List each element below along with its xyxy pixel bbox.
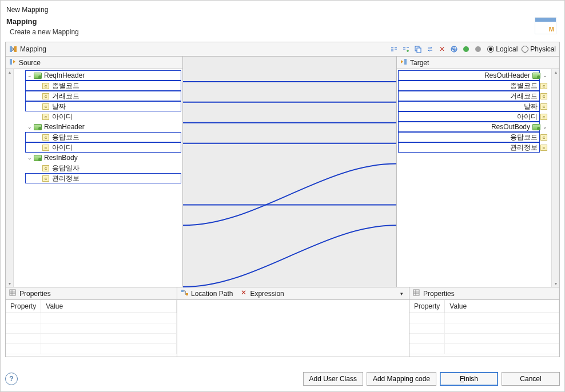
svg-text:✕: ✕ (241, 289, 246, 296)
add-mapping-code-button[interactable]: Add Mapping code (367, 372, 436, 386)
expand-toggle-icon[interactable]: ⌄ (542, 73, 548, 79)
toolbar-map-add-icon[interactable] (401, 44, 411, 54)
target-node-label: 날짜 (524, 102, 538, 111)
toolbar-swap-icon[interactable] (425, 44, 435, 54)
svg-rect-12 (10, 290, 15, 295)
group-icon (34, 72, 42, 79)
scroll-up-icon[interactable]: ▴ (555, 70, 557, 75)
source-field-row[interactable]: c응답코드 (15, 132, 181, 142)
target-node-label: 응답코드 (510, 133, 538, 142)
expression-icon: ✕ (241, 289, 248, 298)
expand-toggle-icon[interactable]: ⌄ (26, 73, 33, 79)
source-node-label: 거래코드 (52, 91, 79, 101)
source-field-row[interactable]: c아이디 (15, 142, 181, 153)
radio-logical-label: Logical (496, 45, 518, 53)
target-properties-table[interactable]: PropertyValue (409, 300, 559, 354)
value-col-header: Value (445, 300, 559, 313)
field-icon: c (42, 175, 50, 182)
source-node-label: 응답코드 (52, 133, 79, 142)
target-node-label: 아이디 (517, 112, 538, 122)
location-path-body[interactable] (177, 300, 409, 357)
source-group-row[interactable]: ⌄ResInBody (15, 153, 181, 163)
target-field-row[interactable]: 응답코드c (398, 132, 550, 142)
target-field-row[interactable]: 종별코드c (398, 81, 550, 91)
radio-logical[interactable]: Logical (487, 45, 518, 53)
target-group-row[interactable]: ResOutBody⌄ (398, 122, 550, 132)
target-node-label: 거래코드 (510, 91, 538, 101)
toolbar-var-x-icon[interactable]: ✕ (437, 44, 447, 54)
source-node-label: ResInHeader (44, 123, 85, 131)
field-icon: c (540, 113, 548, 120)
cancel-button[interactable]: Cancel (502, 372, 560, 386)
property-col-header: Property (409, 300, 445, 313)
location-path-icon (181, 289, 189, 298)
svg-rect-5 (417, 48, 421, 53)
expand-toggle-icon[interactable]: ⌄ (26, 155, 33, 161)
source-field-row[interactable]: c종별코드 (15, 81, 181, 91)
tab-expression[interactable]: ✕ Expression (241, 289, 284, 298)
source-scrollbar[interactable]: ▴ ▾ (6, 69, 14, 287)
scroll-up-icon[interactable]: ▴ (9, 70, 11, 75)
svg-rect-16 (181, 290, 184, 292)
help-button[interactable]: ? (5, 373, 18, 385)
svg-rect-17 (186, 293, 188, 295)
svg-rect-11 (404, 59, 407, 65)
target-pane-icon (400, 58, 407, 67)
source-field-row[interactable]: c아이디 (15, 111, 181, 122)
target-group-row[interactable]: ResOutHeader⌄ (398, 70, 550, 81)
target-properties-label: Properties (423, 290, 455, 298)
radio-physical[interactable]: Physical (522, 45, 556, 53)
target-field-row[interactable]: 아이디c (398, 111, 550, 122)
finish-button[interactable]: Finish (440, 372, 498, 386)
radio-physical-label: Physical (530, 45, 556, 53)
mapping-section-label: Mapping (20, 45, 46, 53)
source-field-row[interactable]: c거래코드 (15, 91, 181, 101)
source-field-row[interactable]: c응답일자 (15, 163, 181, 173)
field-icon: c (42, 144, 50, 151)
toolbar-copy-icon[interactable] (413, 44, 423, 54)
source-node-label: 날짜 (52, 102, 66, 111)
source-properties-label: Properties (19, 290, 51, 298)
source-node-label: 아이디 (52, 143, 73, 153)
field-icon: c (42, 165, 50, 171)
source-pane-label: Source (19, 59, 41, 67)
source-node-label: ReqInHeader (44, 71, 85, 79)
source-field-row[interactable]: c관리정보 (15, 173, 181, 183)
source-field-row[interactable]: c날짜 (15, 101, 181, 111)
tab-expression-label: Expression (250, 290, 284, 298)
target-field-row[interactable]: 날짜c (398, 101, 550, 111)
toolbar-map-icon[interactable] (389, 44, 399, 54)
tab-location-path[interactable]: Location Path (181, 289, 233, 298)
group-icon (532, 72, 540, 79)
field-icon: c (42, 82, 50, 89)
source-group-row[interactable]: ⌄ResInHeader (15, 122, 181, 132)
source-group-row[interactable]: ⌄ReqInHeader (15, 70, 181, 81)
add-user-class-button[interactable]: Add User Class (303, 372, 363, 386)
target-field-row[interactable]: 거래코드c (398, 91, 550, 101)
window-title: New Mapping (6, 4, 559, 17)
scroll-down-icon[interactable]: ▾ (9, 281, 11, 286)
field-icon: c (540, 103, 548, 110)
svg-text:✕: ✕ (439, 45, 445, 53)
source-node-label: 아이디 (52, 112, 73, 122)
expand-toggle-icon[interactable]: ⌄ (542, 124, 548, 130)
toolbar-dot-grey-icon[interactable] (473, 44, 483, 54)
source-node-label: 종별코드 (52, 81, 79, 91)
field-icon: c (540, 134, 548, 141)
expand-toggle-icon[interactable]: ⌄ (26, 124, 33, 130)
svg-rect-0 (10, 46, 12, 52)
target-scrollbar[interactable]: ▴ ▾ (551, 69, 559, 287)
panel-menu-dropdown-icon[interactable]: ▾ (398, 290, 405, 298)
svg-rect-1 (14, 46, 17, 52)
group-icon (34, 123, 42, 130)
scroll-down-icon[interactable]: ▾ (555, 281, 557, 286)
value-col-header: Value (41, 300, 177, 313)
toolbar-globe-icon[interactable] (449, 44, 459, 54)
source-properties-table[interactable]: PropertyValue (6, 300, 177, 354)
property-col-header: Property (6, 300, 41, 313)
toolbar-dot-green-icon[interactable] (461, 44, 471, 54)
field-icon: c (42, 134, 50, 141)
group-icon (532, 123, 540, 130)
target-node-label: ResOutBody (491, 123, 530, 131)
target-field-row[interactable]: 관리정보c (398, 142, 550, 153)
